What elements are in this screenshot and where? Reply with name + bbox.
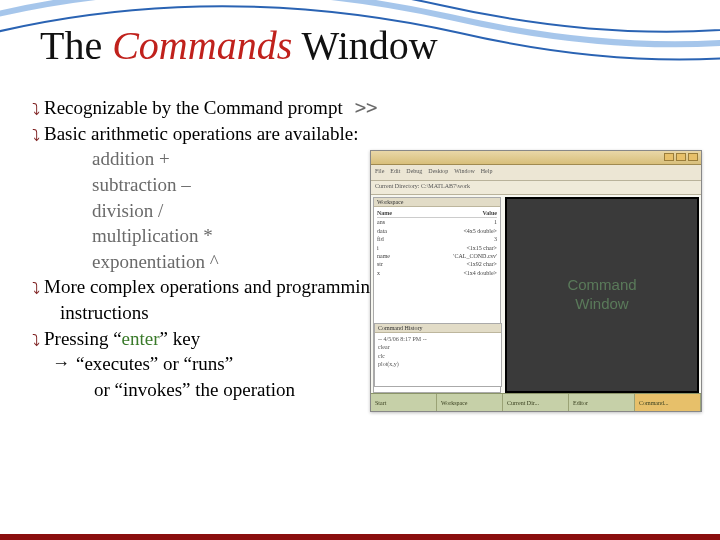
command-history-body: -- 4/5/06 8:17 PM -- clear clc plot(x,y) bbox=[375, 333, 501, 371]
taskbar-tab: Start bbox=[371, 394, 437, 411]
menu-item: Debug bbox=[406, 168, 422, 177]
col-name: Name bbox=[377, 209, 392, 217]
bullet-icon: ⤵ bbox=[32, 330, 40, 352]
bullet-4-result-1: “executes” or “runs” bbox=[76, 351, 233, 377]
bullet-4-pre: Pressing “ bbox=[44, 328, 122, 349]
bullet-icon: ⤵ bbox=[32, 278, 40, 300]
bullet-3-line-1: More complex operations and programming bbox=[44, 274, 380, 300]
menu-item: Edit bbox=[390, 168, 400, 177]
history-line: clc bbox=[378, 352, 498, 360]
command-history-panel: Command History -- 4/5/06 8:17 PM -- cle… bbox=[374, 323, 502, 387]
taskbar-tab: Workspace bbox=[437, 394, 503, 411]
workspace-row: fid3 bbox=[377, 235, 497, 243]
command-history-header: Command History bbox=[375, 324, 501, 333]
workspace-header: Workspace bbox=[374, 198, 500, 207]
taskbar-tab: Editor bbox=[569, 394, 635, 411]
bullet-icon: ⤵ bbox=[32, 125, 40, 147]
taskbar-tab-active: Command... bbox=[635, 394, 701, 411]
bullet-1: ⤵ Recognizable by the Command prompt >> bbox=[32, 95, 692, 121]
bullet-icon: ⤵ bbox=[32, 99, 40, 121]
enter-key-word: enter bbox=[122, 328, 160, 349]
workspace-row: name'CAL_COND.csv' bbox=[377, 252, 497, 260]
command-window-panel: Command Window bbox=[505, 197, 699, 393]
bullet-2-text: Basic arithmetic operations are availabl… bbox=[44, 121, 358, 147]
workspace-row: i<1x15 char> bbox=[377, 244, 497, 252]
current-directory-bar: Current Directory: C:\MATLAB7\work bbox=[371, 181, 701, 195]
title-word-2: Commands bbox=[112, 23, 292, 68]
callout-line-2: Window bbox=[567, 295, 636, 314]
menu-bar: File Edit Debug Desktop Window Help bbox=[371, 165, 701, 181]
bullet-2: ⤵ Basic arithmetic operations are availa… bbox=[32, 121, 692, 147]
command-window-callout: Command Window bbox=[567, 276, 636, 314]
menu-item: Desktop bbox=[428, 168, 448, 177]
title-word-1: The bbox=[40, 23, 102, 68]
menu-item: Help bbox=[481, 168, 493, 177]
workspace-row: ans1 bbox=[377, 218, 497, 226]
slide-title: The Commands Window bbox=[40, 22, 438, 69]
workspace-row: data<4x5 double> bbox=[377, 227, 497, 235]
bullet-4-post: ” key bbox=[160, 328, 201, 349]
history-line: plot(x,y) bbox=[378, 360, 498, 368]
history-line: -- 4/5/06 8:17 PM -- bbox=[378, 335, 498, 343]
window-titlebar bbox=[371, 151, 701, 165]
workspace-row: str<1x92 char> bbox=[377, 260, 497, 268]
taskbar: Start Workspace Current Dir... Editor Co… bbox=[371, 393, 701, 411]
callout-line-1: Command bbox=[567, 276, 636, 295]
prompt-symbol: >> bbox=[355, 95, 378, 121]
taskbar-tab: Current Dir... bbox=[503, 394, 569, 411]
col-value: Value bbox=[483, 209, 497, 217]
history-line: clear bbox=[378, 343, 498, 351]
bullet-1-text: Recognizable by the Command prompt bbox=[44, 95, 343, 121]
arrow-right-icon: → bbox=[52, 351, 70, 375]
matlab-screenshot: File Edit Debug Desktop Window Help Curr… bbox=[370, 150, 702, 412]
title-word-3: Window bbox=[302, 23, 438, 68]
menu-item: File bbox=[375, 168, 384, 177]
workspace-row: x<1x4 double> bbox=[377, 269, 497, 277]
menu-item: Window bbox=[454, 168, 474, 177]
window-control-buttons bbox=[664, 153, 698, 161]
slide-bottom-border bbox=[0, 534, 720, 540]
